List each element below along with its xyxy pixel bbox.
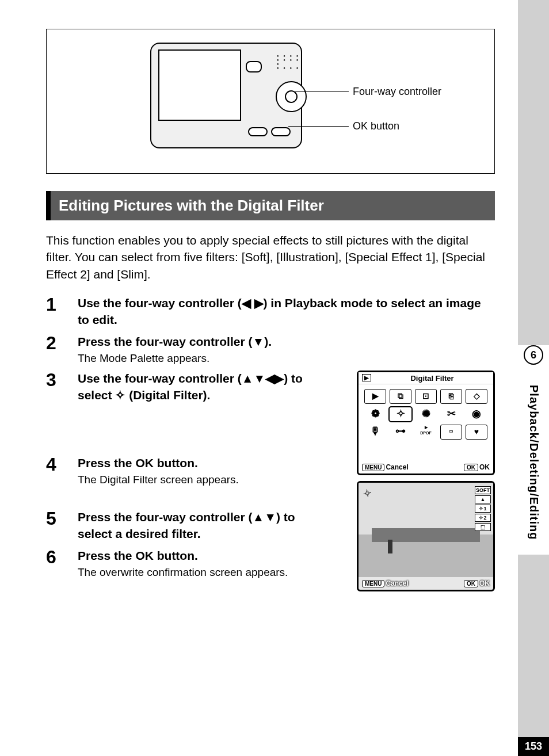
- startup-icon: ▭: [440, 425, 462, 440]
- step-title: Press the OK button.: [78, 548, 317, 564]
- camera-fn-button: [271, 127, 291, 136]
- filter-list: SOFT ▲ ✧1 ✧2 ⬚: [475, 486, 491, 532]
- camera-speaker-dots: ● ● ● ●● ● ● ● ●● ● ● ●: [277, 54, 306, 71]
- four-way-controller-icon: [276, 81, 307, 112]
- preview-photo: [359, 483, 493, 577]
- protect-icon: ⊶: [390, 425, 411, 438]
- trim-icon: ⊡: [415, 389, 437, 404]
- step-number: 5: [46, 509, 78, 542]
- leader-line: [288, 126, 349, 127]
- menu-pill: MENU: [362, 580, 384, 587]
- palette-grid: ▶ ⧉ ⊡ ⎘ ◇ ❁ ✧ ✺ ✂ ◉ 🎙 ⊶ ▶DPOF ▭: [359, 384, 493, 442]
- chapter-number: 6: [524, 345, 543, 365]
- step-subtext: The overwrite confirmation screen appear…: [78, 566, 317, 579]
- ok-label: OK: [479, 579, 490, 587]
- screen-header: ▶ Digital Filter: [359, 372, 493, 384]
- step-number: 4: [46, 455, 78, 486]
- step-subtext: The Digital Filter screen appears.: [78, 474, 317, 486]
- filter-up-arrow: ▲: [475, 495, 491, 503]
- label-ok-button: OK button: [353, 120, 399, 132]
- digital-filter-screen: ✧ SOFT ▲ ✧1 ✧2 ⬚ MENUCancel OKOK: [357, 481, 495, 591]
- rotate-icon: ◇: [466, 389, 487, 404]
- page-number: 153: [518, 737, 549, 756]
- camera-diagram: ● ● ● ●● ● ● ● ●● ● ● ● Four-way control…: [46, 29, 495, 174]
- section-heading: Editing Pictures with the Digital Filter: [46, 191, 495, 220]
- dpof-icon: ▶DPOF: [415, 425, 437, 438]
- voice-memo-icon: 🎙: [364, 425, 386, 438]
- redeye-icon: ◉: [466, 407, 487, 421]
- camera-play-button: [246, 61, 262, 72]
- step-6: 6 Press the OK button. The overwrite con…: [46, 548, 317, 579]
- ok-pill: OK: [464, 580, 478, 587]
- steps-list: 1 Use the four-way controller (◀ ▶) in P…: [46, 295, 495, 579]
- step-2: 2 Press the four-way controller (▼). The…: [46, 334, 495, 365]
- step-title: Press the four-way controller (▼).: [78, 334, 495, 350]
- step-number: 6: [46, 548, 78, 579]
- filter-slim: ⬚: [475, 523, 491, 531]
- favorite-icon: ♥: [466, 425, 487, 440]
- step-number: 1: [46, 295, 78, 328]
- digital-filter-icon: ✧: [390, 407, 411, 421]
- camera-menu-button: [248, 127, 268, 136]
- brightness-icon: ✺: [415, 407, 437, 421]
- cancel-label: Cancel: [386, 463, 408, 471]
- screen-title: Digital Filter: [410, 374, 453, 383]
- camera-illustration: ● ● ● ●● ● ● ● ●● ● ● ●: [150, 38, 323, 159]
- lcd-examples: ▶ Digital Filter ▶ ⧉ ⊡ ⎘ ◇ ❁ ✧ ✺ ✂ ◉: [357, 371, 495, 597]
- playback-icon: ▶: [362, 374, 371, 381]
- step-3: 3 Use the four-way controller (▲▼◀▶) to …: [46, 371, 317, 403]
- photo-person: [388, 540, 392, 553]
- ok-label: OK: [479, 463, 490, 471]
- step-number: 3: [46, 371, 78, 403]
- step-title: Use the four-way controller (▲▼◀▶) to se…: [78, 371, 317, 403]
- mode-palette-screen: ▶ Digital Filter ▶ ⧉ ⊡ ⎘ ◇ ❁ ✧ ✺ ✂ ◉: [357, 371, 495, 475]
- intro-paragraph: This function enables you to apply speci…: [46, 232, 495, 282]
- step-subtext: The Mode Palette appears.: [78, 352, 495, 365]
- filter-soft: SOFT: [475, 486, 491, 494]
- cancel-label: Cancel: [386, 579, 408, 587]
- manual-page: ● ● ● ●● ● ● ● ●● ● ● ● Four-way control…: [0, 0, 518, 756]
- step-1: 1 Use the four-way controller (◀ ▶) in P…: [46, 295, 495, 328]
- chapter-tab: 6 Playback/Deleting/Editing: [518, 345, 549, 555]
- step-title: Press the OK button.: [78, 455, 317, 471]
- step-number: 2: [46, 334, 78, 365]
- step-4: 4 Press the OK button. The Digital Filte…: [46, 455, 317, 486]
- menu-pill: MENU: [362, 464, 384, 471]
- step-title: Use the four-way controller (◀ ▶) in Pla…: [78, 295, 495, 328]
- screen-footer: MENUCancel OKOK: [362, 463, 490, 471]
- camera-lcd: [158, 49, 241, 121]
- copy-icon: ⎘: [440, 389, 462, 404]
- step-title: Press the four-way controller (▲▼) to se…: [78, 509, 317, 542]
- filter-effect2: ✧2: [475, 514, 491, 522]
- movie-edit-icon: ✂: [440, 407, 462, 421]
- label-four-way: Four-way controller: [353, 86, 441, 98]
- ok-button-icon: [285, 90, 298, 103]
- chapter-title: Playback/Deleting/Editing: [527, 371, 540, 555]
- resize-icon: ⧉: [390, 389, 411, 404]
- screen-footer: MENUCancel OKOK: [362, 579, 490, 587]
- filter-effect1: ✧1: [475, 505, 491, 513]
- color-filter-icon: ❁: [364, 407, 386, 421]
- leader-line: [294, 91, 349, 92]
- slideshow-icon: ▶: [364, 389, 386, 404]
- step-5: 5 Press the four-way controller (▲▼) to …: [46, 509, 317, 542]
- ok-pill: OK: [464, 464, 478, 471]
